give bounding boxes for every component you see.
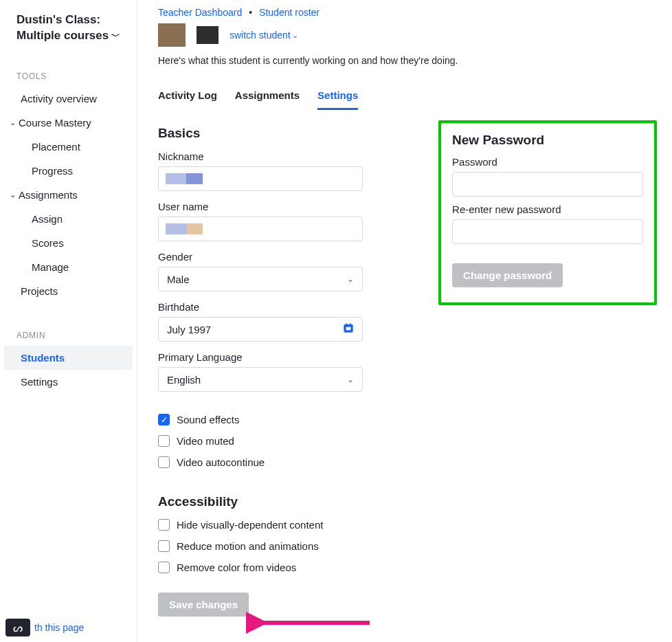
redacted-text: [166, 223, 186, 234]
username-input[interactable]: [158, 217, 363, 241]
chevron-down-icon: ⌄: [10, 118, 16, 127]
checkbox-icon: [158, 435, 170, 447]
sidebar-item-label: Manage: [32, 261, 69, 273]
svg-rect-1: [346, 326, 351, 331]
sidebar-item-label: Assignments: [19, 189, 78, 201]
tab-activity-log[interactable]: Activity Log: [158, 82, 217, 110]
language-label: Primary Language: [158, 351, 363, 363]
save-changes-button[interactable]: Save changes: [158, 593, 249, 617]
class-switcher[interactable]: Dustin's Class: Multiple courses ﹀: [0, 12, 137, 44]
tab-assignments[interactable]: Assignments: [235, 82, 300, 110]
sidebar-item-placement[interactable]: Placement: [4, 135, 133, 159]
sidebar-item-label: Placement: [32, 141, 80, 153]
sidebar-item-activity-overview[interactable]: Activity overview: [4, 87, 133, 111]
sidebar-item-label: Students: [21, 352, 65, 364]
chevron-down-icon: ⌄: [292, 31, 298, 40]
sound-effects-label: Sound effects: [177, 414, 239, 425]
sidebar-section-tools: TOOLS: [0, 71, 137, 81]
sidebar-item-progress[interactable]: Progress: [4, 159, 133, 183]
video-muted-checkbox-row[interactable]: Video muted: [158, 435, 363, 447]
redacted-text: [186, 173, 203, 184]
help-link-text: th this page: [34, 622, 84, 633]
nickname-label: Nickname: [158, 151, 363, 162]
gender-label: Gender: [158, 251, 363, 263]
birthdate-value: July 1997: [167, 324, 211, 335]
switch-student-label: switch student: [229, 30, 291, 41]
remove-color-checkbox-row[interactable]: Remove color from videos: [158, 562, 363, 573]
change-password-button[interactable]: Change password: [452, 263, 563, 287]
redacted-text: [186, 223, 203, 234]
password-input[interactable]: [452, 172, 643, 197]
gender-select[interactable]: Male ⌄: [158, 267, 363, 291]
sidebar-item-scores[interactable]: Scores: [4, 231, 133, 255]
redacted-text: [166, 173, 186, 184]
sound-effects-checkbox-row[interactable]: ✓ Sound effects: [158, 414, 363, 425]
tab-settings[interactable]: Settings: [317, 82, 358, 110]
reduce-motion-checkbox-row[interactable]: Reduce motion and animations: [158, 540, 363, 552]
sidebar-item-assign[interactable]: Assign: [4, 207, 133, 231]
chevron-down-icon: ⌄: [347, 375, 354, 384]
avatar: [158, 23, 186, 47]
chevron-down-icon: ⌄: [347, 274, 354, 284]
basics-heading: Basics: [158, 126, 363, 141]
chevron-down-icon: ﹀: [111, 30, 120, 43]
checkbox-checked-icon: ✓: [158, 414, 170, 425]
help-chip-icon: ᔕ: [5, 619, 30, 637]
sidebar-item-label: Scores: [32, 237, 64, 249]
chevron-down-icon: ⌄: [10, 190, 16, 199]
new-password-panel: New Password Password Re-enter new passw…: [438, 120, 657, 305]
reduce-motion-label: Reduce motion and animations: [177, 540, 319, 552]
language-value: English: [167, 374, 201, 386]
sidebar-section-admin: ADMIN: [0, 331, 137, 340]
checkbox-icon: [158, 540, 170, 552]
class-title-line1: Dustin's Class:: [16, 12, 124, 28]
breadcrumb-separator-icon: •: [249, 7, 252, 18]
sidebar-item-assignments[interactable]: ⌄ Assignments: [4, 183, 133, 207]
new-password-heading: New Password: [452, 133, 643, 148]
help-link[interactable]: ᔕ th this page: [5, 619, 84, 637]
birthdate-input[interactable]: July 1997: [158, 317, 363, 342]
sidebar-item-manage[interactable]: Manage: [4, 255, 133, 279]
remove-color-label: Remove color from videos: [177, 562, 296, 573]
sidebar-item-projects[interactable]: Projects: [4, 279, 133, 303]
video-autocontinue-label: Video autocontinue: [177, 456, 265, 468]
checkbox-icon: [158, 519, 170, 531]
class-title-line2: Multiple courses: [16, 28, 109, 44]
tabs: Activity Log Assignments Settings: [158, 82, 657, 111]
username-label: User name: [158, 201, 363, 212]
switch-student-link[interactable]: switch student ⌄: [229, 30, 298, 41]
checkbox-icon: [158, 456, 170, 468]
sidebar-item-students[interactable]: Students: [4, 346, 133, 370]
video-muted-label: Video muted: [177, 435, 234, 447]
sidebar-item-label: Activity overview: [21, 93, 97, 104]
birthdate-label: Birthdate: [158, 301, 363, 313]
gender-value: Male: [167, 274, 190, 285]
password-label: Password: [452, 156, 643, 168]
sidebar-item-label: Settings: [21, 376, 58, 388]
sidebar-item-course-mastery[interactable]: ⌄ Course Mastery: [4, 111, 133, 135]
sidebar: Dustin's Class: Multiple courses ﹀ TOOLS…: [0, 0, 137, 642]
reenter-password-label: Re-enter new password: [452, 203, 643, 215]
sidebar-item-label: Projects: [21, 285, 58, 297]
calendar-icon: [343, 322, 354, 336]
reenter-password-input[interactable]: [452, 219, 643, 244]
sidebar-item-label: Progress: [32, 165, 73, 177]
student-name-redacted: [195, 25, 220, 45]
student-header: switch student ⌄: [158, 23, 657, 47]
breadcrumb-teacher-dashboard[interactable]: Teacher Dashboard: [158, 7, 242, 18]
hide-visual-label: Hide visually-dependent content: [177, 519, 323, 531]
sidebar-item-label: Assign: [32, 213, 63, 225]
breadcrumb-student-roster[interactable]: Student roster: [259, 7, 320, 18]
checkbox-icon: [158, 562, 170, 573]
video-autocontinue-checkbox-row[interactable]: Video autocontinue: [158, 456, 363, 468]
student-description: Here's what this student is currently wo…: [158, 55, 657, 66]
accessibility-heading: Accessibility: [158, 494, 363, 509]
hide-visual-checkbox-row[interactable]: Hide visually-dependent content: [158, 519, 363, 531]
sidebar-item-settings[interactable]: Settings: [4, 370, 133, 394]
sidebar-item-label: Course Mastery: [19, 117, 91, 129]
language-select[interactable]: English ⌄: [158, 367, 363, 392]
main-content: Teacher Dashboard • Student roster switc…: [137, 0, 672, 642]
breadcrumb: Teacher Dashboard • Student roster: [158, 7, 657, 18]
nickname-input[interactable]: [158, 166, 363, 191]
